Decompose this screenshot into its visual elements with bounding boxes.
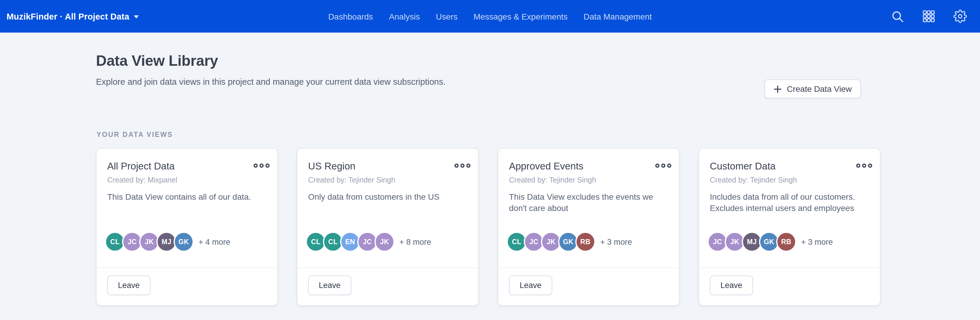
member-avatar-stack: JC JK MJ GK RB + 3 more (708, 232, 833, 252)
nav-item-messages-experiments[interactable]: Messages & Experiments (473, 11, 567, 21)
ellipsis-icon (856, 164, 860, 168)
card-description: This Data View excludes the events we do… (509, 191, 668, 214)
member-avatar-stack: CL JC JK GK RB + 3 more (507, 232, 632, 252)
more-members-count: + 4 more (199, 237, 230, 246)
card-header: US Region (298, 149, 478, 172)
ellipsis-icon (259, 164, 264, 168)
page-subtitle: Explore and join data views in this proj… (96, 77, 445, 86)
data-view-card: US Region Created by: Tejinder Singh Onl… (297, 148, 479, 306)
ellipsis-icon (667, 164, 671, 168)
card-created-by: Created by: Mixpanel (107, 176, 177, 184)
data-view-card-grid: All Project Data Created by: Mixpanel Th… (96, 148, 880, 306)
page-title: Data View Library (96, 52, 218, 69)
create-data-view-button[interactable]: Create Data View (764, 80, 861, 99)
plus-icon (774, 85, 781, 93)
settings-gear-icon (953, 10, 967, 23)
member-avatar-stack: CL JC JK MJ GK + 4 more (105, 232, 230, 252)
member-avatar: JK (374, 232, 395, 252)
ellipsis-icon (862, 164, 866, 168)
create-data-view-label: Create Data View (787, 84, 852, 94)
card-created-by: Created by: Tejinder Singh (509, 176, 596, 184)
card-title: Approved Events (509, 159, 583, 172)
ellipsis-icon (655, 164, 659, 168)
app-root: MuzikFinder · All Project Data Dashboard… (0, 0, 980, 320)
ellipsis-icon (266, 164, 270, 168)
card-description: Only data from customers in the US (308, 191, 468, 203)
member-avatar: GK (173, 232, 194, 252)
leave-button[interactable]: Leave (509, 275, 552, 295)
card-divider (97, 267, 277, 268)
main-navigation: Dashboards Analysis Users Messages & Exp… (328, 11, 652, 21)
card-divider (498, 267, 679, 268)
member-avatar: RB (776, 232, 796, 252)
card-header: Customer Data (699, 149, 880, 172)
card-header: Approved Events (498, 149, 679, 172)
top-navbar: MuzikFinder · All Project Data Dashboard… (0, 0, 980, 33)
section-label: YOUR DATA VIEWS (97, 131, 173, 138)
member-avatar-stack: CL CL EN JC JK + 8 more (306, 232, 431, 252)
more-members-count: + 3 more (801, 237, 833, 246)
leave-button[interactable]: Leave (308, 275, 352, 295)
card-created-by: Created by: Tejinder Singh (710, 176, 797, 184)
card-menu-button[interactable] (855, 159, 873, 170)
nav-item-users[interactable]: Users (436, 11, 457, 21)
settings-button[interactable] (953, 10, 967, 23)
card-menu-button[interactable] (252, 159, 271, 170)
ellipsis-icon (466, 164, 471, 168)
project-switcher-label: MuzikFinder · All Project Data (6, 11, 129, 21)
member-avatar: RB (575, 232, 595, 252)
card-description: This Data View contains all of our data. (107, 191, 267, 203)
navbar-actions (891, 10, 967, 23)
nav-item-dashboards[interactable]: Dashboards (328, 11, 373, 21)
card-menu-button[interactable] (654, 159, 673, 170)
ellipsis-icon (868, 164, 872, 168)
data-view-card: All Project Data Created by: Mixpanel Th… (96, 148, 278, 306)
apps-grid-button[interactable] (922, 10, 935, 23)
card-title: US Region (308, 159, 355, 172)
search-icon (891, 10, 904, 22)
more-members-count: + 8 more (399, 237, 431, 246)
search-button[interactable] (891, 10, 904, 23)
ellipsis-icon (455, 164, 458, 168)
card-divider (699, 267, 880, 268)
project-switcher[interactable]: MuzikFinder · All Project Data (6, 11, 138, 21)
ellipsis-icon (460, 164, 465, 168)
leave-button[interactable]: Leave (107, 275, 151, 295)
more-members-count: + 3 more (600, 237, 632, 246)
ellipsis-icon (661, 164, 665, 168)
card-title: All Project Data (107, 159, 175, 172)
data-view-card: Customer Data Created by: Tejinder Singh… (698, 148, 880, 306)
card-menu-button[interactable] (453, 159, 472, 170)
card-header: All Project Data (97, 149, 277, 172)
data-view-card: Approved Events Created by: Tejinder Sin… (498, 148, 679, 306)
nav-item-analysis[interactable]: Analysis (389, 11, 420, 21)
card-divider (298, 267, 478, 268)
card-title: Customer Data (710, 159, 776, 172)
nav-item-data-management[interactable]: Data Management (584, 11, 652, 21)
card-description: Includes data from all of our customers.… (710, 191, 869, 214)
apps-grid-icon (923, 10, 935, 22)
leave-button[interactable]: Leave (710, 275, 753, 295)
card-created-by: Created by: Tejinder Singh (308, 176, 395, 184)
ellipsis-icon (254, 164, 258, 168)
caret-down-icon (134, 15, 138, 18)
